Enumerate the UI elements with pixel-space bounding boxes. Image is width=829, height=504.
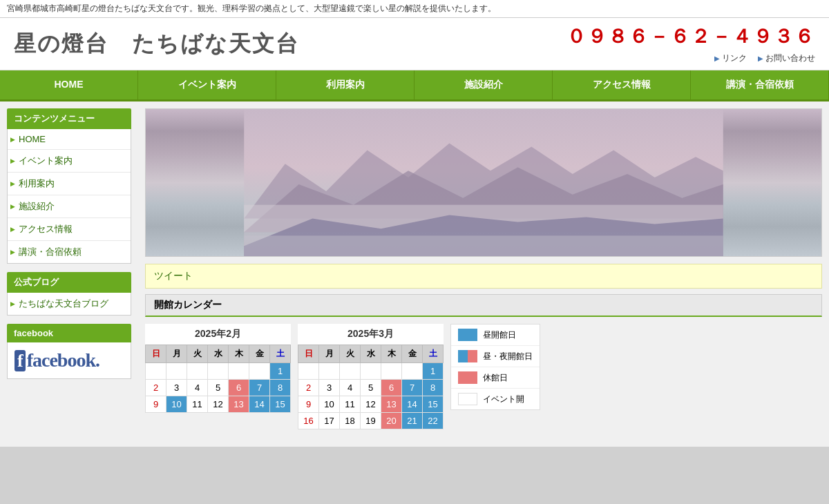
mar-cell-15: 15 [423, 396, 444, 413]
facebook-logo[interactable]: ffacebook. [15, 349, 124, 371]
tweet-link[interactable]: ツイート [154, 270, 193, 281]
nav-usage[interactable]: 利用案内 [276, 70, 414, 99]
sidebar-menu: HOME イベント案内 利用案内 施設紹介 アクセス情報 講演・合宿依頼 [7, 129, 131, 264]
header-links: リンク お問い合わせ [566, 52, 815, 64]
main-nav: HOME イベント案内 利用案内 施設紹介 アクセス情報 講演・合宿依頼 [0, 70, 829, 101]
header: 星の燈台 たちばな天文台 ０９８６－６２－４９３６ リンク お問い合わせ [0, 18, 829, 70]
mar-cell-6: 6 [381, 380, 402, 396]
content-area: ツイート 開館カレンダー 2025年2月 日 月 火 水 木 [138, 101, 829, 447]
mar-cell [340, 363, 361, 380]
feb-cell-7: 7 [249, 380, 270, 396]
contact-label: お問い合わせ [765, 52, 815, 64]
legend-item-closed: 休館日 [451, 367, 540, 389]
legend-label-closed: 休館日 [483, 372, 508, 384]
mar-cell-20: 20 [381, 413, 402, 429]
nav-events[interactable]: イベント案内 [138, 70, 276, 99]
dow-mon-feb: 月 [166, 345, 187, 363]
sidebar-item-lecture[interactable]: 講演・合宿依頼 [8, 241, 131, 263]
dow-fri-feb: 金 [249, 345, 270, 363]
site-title: 星の燈台 たちばな天文台 [14, 29, 299, 59]
march-calendar: 2025年3月 日 月 火 水 木 金 土 [298, 324, 444, 429]
feb-cell-10: 10 [166, 396, 187, 413]
dow-mon-mar: 月 [319, 345, 340, 363]
table-row: 9 10 11 12 13 14 15 [298, 396, 444, 413]
legend-item-day-night: 昼・夜開館日 [451, 346, 540, 367]
sidebar-menu-title: コンテンツメニュー [7, 108, 131, 129]
feb-cell [166, 363, 187, 380]
mar-cell-7: 7 [402, 380, 423, 396]
mar-cell-3: 3 [319, 380, 340, 396]
contact-nav-link[interactable]: お問い合わせ [758, 52, 815, 64]
feb-cell [229, 363, 249, 380]
sidebar-blog-link[interactable]: たちばな天文台ブログ [8, 293, 131, 315]
sidebar-item-home[interactable]: HOME [8, 129, 131, 150]
mar-cell [361, 363, 381, 380]
dow-fri-mar: 金 [402, 345, 423, 363]
feb-cell-12: 12 [208, 396, 229, 413]
sidebar-blog: たちばな天文台ブログ [7, 293, 131, 316]
link-label: リンク [722, 52, 747, 64]
feb-cell [146, 363, 166, 380]
table-row: 16 17 18 19 20 21 22 [298, 413, 444, 429]
table-row: 9 10 11 12 13 14 15 [146, 396, 291, 413]
legend-item-daytime: 昼開館日 [451, 324, 540, 346]
sidebar-item-facilities[interactable]: 施設紹介 [8, 195, 131, 218]
mar-cell-4: 4 [340, 380, 361, 396]
feb-cell-5: 5 [208, 380, 229, 396]
legend-color-event [458, 393, 477, 405]
dow-thu-mar: 木 [381, 345, 402, 363]
mar-cell-5: 5 [361, 380, 381, 396]
feb-cell-11: 11 [187, 396, 208, 413]
calendar-title: 開館カレンダー [154, 299, 222, 310]
dow-thu-feb: 木 [229, 345, 249, 363]
nav-access[interactable]: アクセス情報 [553, 70, 691, 99]
sidebar-item-access[interactable]: アクセス情報 [8, 218, 131, 241]
sidebar-blog-title: 公式ブログ [7, 272, 131, 293]
dow-sun-feb: 日 [146, 345, 166, 363]
mar-cell-22: 22 [423, 413, 444, 429]
calendar-legend: 昼開館日 昼・夜開館日 休館日 イベント開 [450, 324, 540, 410]
legend-item-event: イベント開 [451, 389, 540, 409]
legend-color-blue [458, 329, 477, 341]
legend-label-event: イベント開 [483, 394, 524, 405]
mar-cell-17: 17 [319, 413, 340, 429]
mar-cell [298, 363, 319, 380]
mar-cell [381, 363, 402, 380]
feb-cell-14: 14 [249, 396, 270, 413]
phone-number: ０９８６－６２－４９３６ [566, 23, 815, 50]
calendar-area: 2025年2月 日 月 火 水 木 金 土 [145, 324, 822, 429]
feb-cell-3: 3 [166, 380, 187, 396]
nav-lecture[interactable]: 講演・合宿依頼 [691, 70, 829, 99]
legend-label-day-night: 昼・夜開館日 [483, 351, 533, 362]
sidebar: コンテンツメニュー HOME イベント案内 利用案内 施設紹介 アクセス情報 講… [0, 101, 138, 447]
mar-cell-19: 19 [361, 413, 381, 429]
table-row: 2 3 4 5 6 7 8 [298, 380, 444, 396]
feb-cell-4: 4 [187, 380, 208, 396]
announcement-text: 宮崎県都城市高崎町星の燈台たちばな天文台です。観光、理科学習の拠点として、大型望… [7, 3, 496, 13]
main-wrapper: コンテンツメニュー HOME イベント案内 利用案内 施設紹介 アクセス情報 講… [0, 101, 829, 447]
mar-cell-10: 10 [319, 396, 340, 413]
dow-sat-feb: 土 [270, 345, 291, 363]
feb-month-header: 2025年2月 [146, 324, 291, 345]
mar-cell-2: 2 [298, 380, 319, 396]
mar-cell-9: 9 [298, 396, 319, 413]
mar-cell-11: 11 [340, 396, 361, 413]
sidebar-item-usage[interactable]: 利用案内 [8, 173, 131, 195]
table-row: 1 [298, 363, 444, 380]
legend-label-daytime: 昼開館日 [483, 329, 516, 341]
nav-facilities[interactable]: 施設紹介 [414, 70, 553, 99]
february-calendar: 2025年2月 日 月 火 水 木 金 土 [145, 324, 291, 413]
hero-image [145, 108, 822, 257]
feb-cell [249, 363, 270, 380]
sidebar-facebook-box: ffacebook. [7, 342, 131, 379]
mar-cell [402, 363, 423, 380]
mar-cell-18: 18 [340, 413, 361, 429]
feb-cell-8: 8 [270, 380, 291, 396]
feb-cell [187, 363, 208, 380]
dow-tue-feb: 火 [187, 345, 208, 363]
nav-home[interactable]: HOME [0, 70, 138, 99]
link-nav-link[interactable]: リンク [714, 52, 747, 64]
feb-cell-15: 15 [270, 396, 291, 413]
sidebar-item-events[interactable]: イベント案内 [8, 150, 131, 173]
calendar-header: 開館カレンダー [145, 294, 822, 317]
